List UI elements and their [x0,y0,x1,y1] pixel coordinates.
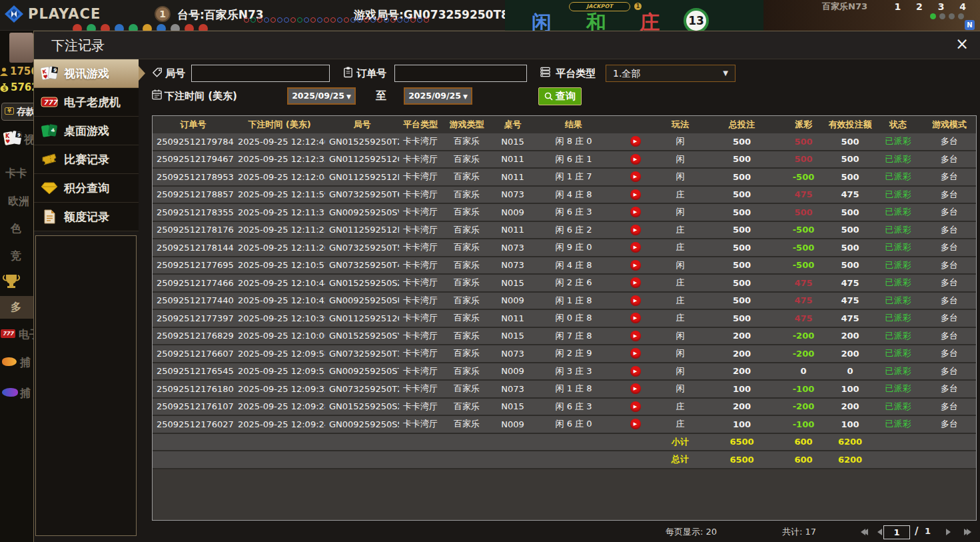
ticket-icon [41,151,58,167]
bet-time: 2025-09-25 12:10:44 [234,278,325,288]
bet-side: 庄 [657,224,704,236]
replay-button[interactable]: ▶ [630,154,641,165]
query-button-label: 查询 [556,90,576,103]
platform-type-select[interactable]: 1.全部 ▼ [606,65,735,82]
replay-button[interactable]: ▶ [630,401,641,412]
result: 闲 6 庄 1 [534,153,614,165]
replay-button[interactable]: ▶ [630,295,641,306]
cash-icon: ¥ [5,107,14,115]
bet-side: 闲 [657,135,704,147]
valid-bet: 500 [827,243,873,253]
valid-bet: 500 [827,172,873,182]
game-type: 百家乐 [442,365,492,377]
total-bet: 200 [704,401,780,411]
platform-type: 卡卡湾厅 [399,206,442,218]
sidebar-item-video-games[interactable]: K ♥ 9 视讯游戏 [34,59,139,88]
bet-side: 庄 [657,277,704,289]
bead-dot [270,17,276,23]
table-no: N011 [492,225,534,235]
replay-button[interactable]: ▶ [630,242,641,253]
bg-menu-duo-highlight: 多 [0,296,33,319]
last-page-button[interactable] [961,527,973,537]
bet-time: 2025-09-25 12:10:06 [234,331,325,341]
replay-button[interactable]: ▶ [630,277,641,288]
game-type: 百家乐 [442,135,492,147]
status: 已派彩 [873,206,923,218]
bg-menu-duo: 多 [11,301,21,315]
date-to-value: 2025/09/25 [408,91,461,101]
platform-type: 卡卡湾厅 [399,401,442,413]
video-table-title: 百家乐N73 [822,1,867,13]
replay-button[interactable]: ▶ [630,189,641,200]
replay-button[interactable]: ▶ [630,383,641,394]
modal-content: 局号 订单号 平台类型 1.全部 ▼ 下注时间 [139,59,980,542]
order-no: 250925121760272 [153,419,234,429]
bet-side: 庄 [657,241,704,253]
column-header-table-no: 桌号 [492,119,534,131]
query-button[interactable]: 查询 [538,87,582,105]
svg-text:♥: ♥ [5,139,10,145]
payout: 475 [780,295,827,305]
sidebar-empty-panel [35,235,137,536]
seat-dot [958,13,964,19]
sidebar-item-quota-records[interactable]: 额度记录 [34,203,139,231]
gem-icon [41,180,58,196]
next-page-button[interactable] [942,527,954,537]
platform-type: 卡卡湾厅 [399,259,442,271]
bead-dot [370,17,376,23]
game-mode: 多台 [923,418,976,430]
table-row: 2509251217946782025-09-25 12:12:33GN0112… [153,151,976,169]
game-type: 百家乐 [442,153,492,165]
order-no-input[interactable] [394,65,527,82]
sidebar-item-points-query[interactable]: 积分查询 [34,174,139,203]
result: 闲 8 庄 0 [534,135,614,147]
replay-button[interactable]: ▶ [630,313,641,323]
replay-button[interactable]: ▶ [630,331,641,341]
date-from-select[interactable]: 2025/09/25▼ [287,87,356,105]
valid-bet-sum: 6200 [827,455,873,465]
top-bar: PLAYACE 1 台号:百家乐N73 游戏局号:GN073259250T8 J… [0,0,980,31]
platform-type: 卡卡湾厅 [399,171,442,183]
order-no: 250925121761073 [153,401,234,411]
order-no: 250925121774669 [153,278,234,288]
bead-dot [424,17,429,23]
total-bet: 500 [704,154,780,164]
valid-bet: 100 [827,419,873,429]
order-no: 250925121789536 [153,172,234,182]
bet-time: 2025-09-25 12:11:31 [234,207,325,217]
replay-button[interactable]: ▶ [630,207,641,217]
sidebar-item-table-games[interactable]: ♣ 桌面游戏 [34,117,139,145]
payout: 500 [780,154,827,164]
trophy-icon [3,273,20,289]
replay-button[interactable]: ▶ [630,419,641,429]
replay-button[interactable]: ▶ [630,348,641,359]
payout: -200 [780,349,827,359]
replay-button[interactable]: ▶ [630,171,641,182]
replay-button[interactable]: ▶ [630,225,641,235]
date-to-select[interactable]: 2025/09/25▼ [404,87,472,105]
bead-dot [297,17,302,23]
bead-dot [244,17,249,23]
valid-bet: 475 [827,189,873,199]
sidebar-item-slots[interactable]: 777 电子老虎机 [34,88,139,117]
replay-button[interactable]: ▶ [630,136,641,147]
platform-type: 卡卡湾厅 [399,418,442,430]
game-type: 百家乐 [442,206,492,218]
page-number-input[interactable]: 1 [883,525,910,539]
sidebar-item-match-records[interactable]: 比赛记录 [34,145,139,174]
bg-menu-video: 视 [24,133,33,147]
round-no-input[interactable] [191,65,330,82]
replay-button[interactable]: ▶ [630,366,641,377]
bead-dot [304,17,309,23]
round-no: GN009259250SU [325,295,399,305]
payout-sum: 600 [780,437,827,447]
shoe-count-ball: 13 [684,8,709,31]
bet-side: 闲 [657,206,704,218]
platform-type: 卡卡湾厅 [399,189,442,201]
first-page-button[interactable] [858,527,870,537]
order-no: 250925121768296 [153,331,234,341]
replay-button[interactable]: ▶ [630,260,641,271]
table-no: N009 [492,366,534,376]
close-icon[interactable]: × [952,35,972,55]
play-column: ▶ [614,242,657,253]
